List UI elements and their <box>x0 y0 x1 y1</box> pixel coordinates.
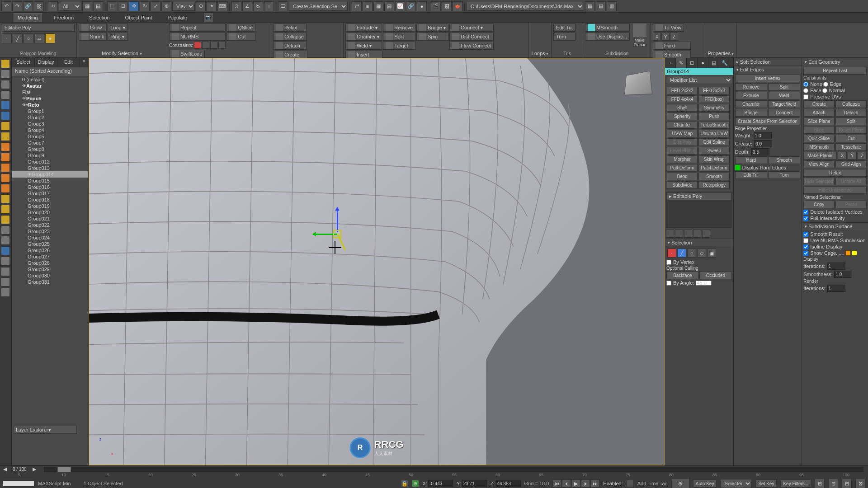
side-icon[interactable] <box>1 80 10 89</box>
chamfer-button[interactable]: Chamfer ▾ <box>345 33 382 41</box>
layer-explorer-button[interactable]: ▤ <box>596 1 606 11</box>
insert-vertex-button[interactable]: Insert Vertex <box>735 75 801 82</box>
modifier-list-dropdown[interactable]: Modifier List <box>666 76 732 84</box>
edittri-button[interactable]: Edit Tri. <box>553 23 576 32</box>
x-input[interactable] <box>428 480 453 487</box>
side-icon[interactable] <box>1 184 10 193</box>
eg-paste-button[interactable]: Paste <box>835 201 867 208</box>
tree-item[interactable]: Group1 <box>12 108 88 114</box>
layers-button[interactable]: ▦ <box>373 1 383 11</box>
modifier-button[interactable]: TurboSmooth <box>698 121 729 129</box>
makeplanar-button[interactable]: Make Planar <box>631 23 649 47</box>
loop-button[interactable]: Loop ▾ <box>108 23 127 32</box>
toggle-ribbon-button[interactable]: ▤ <box>384 1 394 11</box>
side-icon[interactable] <box>1 101 10 110</box>
render-button[interactable]: 🫖 <box>453 1 462 11</box>
se-header[interactable]: Name (Sorted Ascending) <box>12 67 88 76</box>
link-button[interactable]: 🔗 <box>23 1 33 11</box>
side-icon[interactable] <box>1 153 10 162</box>
placement-button[interactable]: ⊕ <box>161 1 171 11</box>
ee-smooth-button[interactable]: Smooth <box>768 156 800 164</box>
iter-input[interactable] <box>827 263 845 270</box>
viewport-nav-4[interactable]: ⊠ <box>855 479 865 488</box>
eg-viewalign-button[interactable]: View Align <box>803 160 835 168</box>
ee-split-button[interactable]: Split <box>768 83 800 91</box>
scene-tree[interactable]: 0 (default)👁AvatarFlat👁Pouch👁▾RetoGroup1… <box>12 76 88 465</box>
pivot-button[interactable]: ⊙ <box>196 1 206 11</box>
eg-cut-button[interactable]: Cut <box>835 135 867 142</box>
prev-frame-button[interactable]: ⏴ <box>562 479 571 488</box>
timeconfig-button[interactable]: ⊕ <box>671 479 689 488</box>
occluded-button[interactable]: Occluded <box>699 272 731 279</box>
side-icon[interactable] <box>1 246 10 255</box>
detach-button[interactable]: Detach <box>273 42 307 50</box>
modifier-button[interactable]: Edit Spline <box>698 138 729 146</box>
side-icon[interactable] <box>1 288 10 297</box>
tree-item[interactable]: Group8 <box>12 146 88 152</box>
eg-sliceplane-button[interactable]: Slice Plane <box>803 117 835 125</box>
tree-item[interactable]: Group025 <box>12 241 88 247</box>
tree-item[interactable]: 👁Pouch <box>12 95 88 102</box>
modifier-button[interactable]: Push <box>698 113 729 120</box>
tree-item[interactable]: Group7 <box>12 140 88 146</box>
create-tab[interactable]: + <box>665 58 676 68</box>
render-setup-button[interactable]: 🎬 <box>431 1 441 11</box>
tree-item[interactable]: Flat <box>12 89 88 95</box>
tree-item[interactable]: Group022 <box>12 222 88 228</box>
polygon-mode-button[interactable]: ▱ <box>34 33 44 43</box>
enabled-toggle[interactable] <box>627 480 634 487</box>
stack-item[interactable]: ▸ Editable Poly <box>667 193 731 200</box>
modify-tab[interactable]: ✎ <box>676 58 687 68</box>
viewport[interactable]: [+] [Perspective] [Standard] [Edged Face… <box>89 58 665 465</box>
modifier-button[interactable]: Morpher <box>667 155 698 163</box>
msmooth-button[interactable]: MSmooth <box>585 23 630 32</box>
goto-end-button[interactable]: ⏭ <box>590 479 599 488</box>
tab-object-paint[interactable]: Object Paint <box>122 14 156 22</box>
redo-button[interactable]: ↷ <box>12 1 22 11</box>
eg-x-button[interactable]: X <box>838 152 847 160</box>
constraint-edge-radio[interactable]: Edge <box>823 81 842 87</box>
z-input[interactable] <box>496 480 521 487</box>
ee-weld-button[interactable]: Weld <box>768 92 800 99</box>
modifier-button[interactable]: Unwrap UVW <box>698 130 729 137</box>
ee-bridge-button[interactable]: Bridge <box>735 109 767 117</box>
eg-hideunselected-button[interactable]: Hide Unselected <box>803 186 867 194</box>
eg-relax-button[interactable]: Relax <box>803 169 867 177</box>
eg-slice-button[interactable]: Slice <box>803 126 835 134</box>
softsel-rollout[interactable]: Soft Selection <box>734 58 802 66</box>
constraint-face-radio[interactable]: Face <box>803 88 821 93</box>
keymode-dropdown[interactable]: Selected <box>720 479 752 488</box>
viewport-nav-3[interactable]: ⊟ <box>842 479 852 488</box>
scale-button[interactable]: ⤢ <box>151 1 160 11</box>
sel-edge-button[interactable]: ╱ <box>677 249 686 258</box>
vertex-mode-button[interactable]: · <box>2 33 12 43</box>
angle-snap-button[interactable]: ∠ <box>242 1 252 11</box>
tree-item[interactable]: Group9 <box>12 152 88 159</box>
split-button[interactable]: Split <box>383 33 415 41</box>
modifier-button[interactable]: PatchDeform (WSM <box>698 164 729 172</box>
spinner-snap-button[interactable]: ↕ <box>264 1 274 11</box>
tab-freeform[interactable]: Freeform <box>50 14 78 22</box>
modifier-button[interactable]: Retopology <box>698 181 729 189</box>
crease-input[interactable] <box>754 140 772 147</box>
constraint-edge[interactable] <box>202 42 209 49</box>
autokey-button[interactable]: Auto Key <box>693 479 717 488</box>
extrude-button[interactable]: Extrude ▾ <box>345 23 382 32</box>
time-ruler[interactable]: 5101520253035404550556065707580859095100 <box>0 473 868 479</box>
addtimetag-button[interactable]: Add Time Tag <box>637 481 668 486</box>
select-invert-button[interactable]: ▤ <box>93 1 103 11</box>
side-icon[interactable] <box>1 236 10 245</box>
unlink-button[interactable]: ⛓ <box>34 1 44 11</box>
viewport-nav-1[interactable]: ⊞ <box>815 479 825 488</box>
eg-y-button[interactable]: Y <box>848 152 857 160</box>
modifier-button[interactable]: UVW Map <box>667 130 698 137</box>
side-icon[interactable] <box>1 163 10 172</box>
tree-item[interactable]: 👁Group014 <box>12 171 88 178</box>
ee-targetweld-button[interactable]: Target Weld <box>768 100 800 108</box>
object-name[interactable]: Group014 <box>665 68 733 75</box>
turn-button[interactable]: Turn <box>553 33 576 41</box>
depth-input[interactable] <box>751 148 769 155</box>
sel-vertex-button[interactable]: · <box>667 249 676 258</box>
se-tab-select[interactable]: Select <box>12 58 35 67</box>
modifier-button[interactable]: Sweep <box>698 147 729 155</box>
